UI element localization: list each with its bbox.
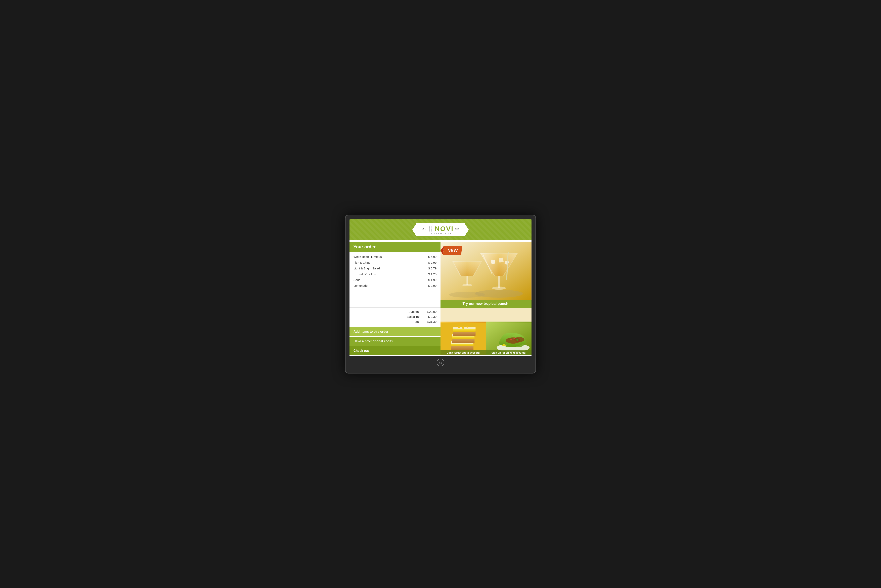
item-name-1: White Bean Hummus	[353, 255, 382, 258]
item-name-3: Light & Bright Salad	[353, 267, 380, 270]
logo-name: NOVI	[435, 225, 454, 232]
svg-point-35	[516, 339, 518, 340]
item-price-2: $ 9.99	[428, 261, 436, 264]
new-badge: NEW	[443, 246, 462, 255]
logo-year: 1996	[455, 228, 459, 230]
hp-logo-icon: hp	[436, 358, 445, 366]
logo-fork-icon: 🍴	[427, 226, 433, 232]
order-item: Lemonade $ 2.99	[353, 283, 436, 288]
header: EST. 🍴 NOVI 1996 RESTAURANT	[349, 219, 532, 240]
dessert-image: Don't forget about dessert!	[440, 321, 486, 356]
item-price-3: $ 6.79	[428, 267, 436, 270]
order-totals: Subtotal $29.00 Sales Tax $ 2.39 Total $…	[349, 308, 440, 327]
featured-caption: Try our new tropical punch!	[440, 300, 532, 308]
punch-image: NEW	[440, 242, 532, 300]
subtotal-row: Subtotal $29.00	[353, 309, 436, 314]
order-items-list: White Bean Hummus $ 5.99 Fish & Chips $ …	[349, 252, 440, 308]
item-price-1: $ 5.99	[428, 255, 436, 258]
salad-caption-text: Sign up for email discounts!	[492, 351, 526, 354]
subtotal-value: $29.00	[427, 310, 436, 314]
item-price-5: $ 1.99	[428, 278, 436, 282]
svg-point-27	[466, 326, 468, 327]
item-name-4: add Chicken	[359, 272, 376, 276]
tax-value: $ 2.39	[428, 315, 436, 318]
svg-point-2	[449, 292, 485, 298]
order-item: White Bean Hummus $ 5.99	[353, 254, 436, 260]
logo-restaurant: RESTAURANT	[429, 232, 452, 235]
dessert-caption-text: Don't forget about dessert!	[447, 351, 480, 354]
screen: EST. 🍴 NOVI 1996 RESTAURANT Your order	[349, 219, 532, 356]
order-item: Soda $ 1.99	[353, 277, 436, 283]
item-name-6: Lemonade	[353, 284, 368, 287]
total-value: $31.39	[427, 320, 436, 323]
right-panel: NEW	[440, 242, 532, 356]
logo-inner: EST. 🍴 NOVI 1996 RESTAURANT	[422, 225, 459, 235]
svg-rect-24	[453, 329, 475, 332]
salad-caption: Sign up for email discounts!	[486, 350, 532, 356]
svg-rect-18	[451, 343, 474, 346]
logo: EST. 🍴 NOVI 1996 RESTAURANT	[416, 223, 465, 237]
item-price-6: $ 2.99	[428, 284, 436, 287]
item-price-4: $ 1.25	[428, 272, 436, 276]
tax-label: Sales Tax	[407, 315, 420, 318]
action-buttons: Add items to this order Have a promotion…	[349, 327, 440, 356]
total-label: Total	[413, 320, 419, 323]
featured-drink: NEW	[440, 242, 532, 321]
subtotal-label: Subtotal	[409, 310, 419, 314]
your-order-title: Your order	[353, 244, 376, 249]
svg-rect-20	[452, 339, 475, 343]
monitor: EST. 🍴 NOVI 1996 RESTAURANT Your order	[345, 215, 536, 374]
dessert-caption: Don't forget about dessert!	[440, 350, 486, 356]
logo-est: EST.	[422, 228, 426, 230]
salad-image: Sign up for email discounts!	[486, 321, 532, 356]
main-content: Your order White Bean Hummus $ 5.99 Fish…	[349, 242, 532, 356]
logo-top-row: EST. 🍴 NOVI 1996	[422, 225, 459, 232]
order-item: Fish & Chips $ 9.99	[353, 260, 436, 266]
svg-text:hp: hp	[439, 361, 442, 364]
order-item: Light & Bright Salad $ 6.79	[353, 266, 436, 271]
svg-point-34	[513, 338, 514, 339]
svg-point-33	[510, 339, 511, 340]
svg-rect-5	[498, 276, 500, 288]
svg-rect-23	[453, 331, 475, 336]
grand-total-row: Total $31.39	[353, 319, 436, 324]
svg-point-26	[462, 326, 465, 328]
tax-row: Sales Tax $ 2.39	[353, 314, 436, 319]
svg-point-32	[514, 337, 524, 342]
svg-rect-12	[467, 276, 468, 285]
svg-point-6	[492, 286, 506, 290]
monitor-bottom: hp	[349, 356, 532, 369]
promo-code-button[interactable]: Have a promotional code?	[349, 337, 440, 346]
item-name-2: Fish & Chips	[353, 261, 370, 264]
left-panel: Your order White Bean Hummus $ 5.99 Fish…	[349, 242, 440, 356]
order-item-modifier: add Chicken $ 1.25	[353, 271, 436, 277]
svg-rect-8	[499, 258, 504, 262]
bottom-images: Don't forget about dessert!	[440, 321, 532, 356]
checkout-button[interactable]: Check out	[349, 346, 440, 356]
add-items-button[interactable]: Add items to this order	[349, 327, 440, 336]
svg-rect-17	[451, 346, 474, 350]
svg-point-28	[458, 326, 460, 328]
featured-caption-text: Try our new tropical punch!	[462, 302, 510, 306]
svg-point-13	[462, 284, 472, 286]
item-name-5: Soda	[353, 278, 361, 282]
svg-rect-21	[452, 336, 475, 339]
new-badge-text: NEW	[447, 248, 458, 253]
white-strip	[349, 240, 532, 242]
your-order-header: Your order	[349, 242, 440, 252]
